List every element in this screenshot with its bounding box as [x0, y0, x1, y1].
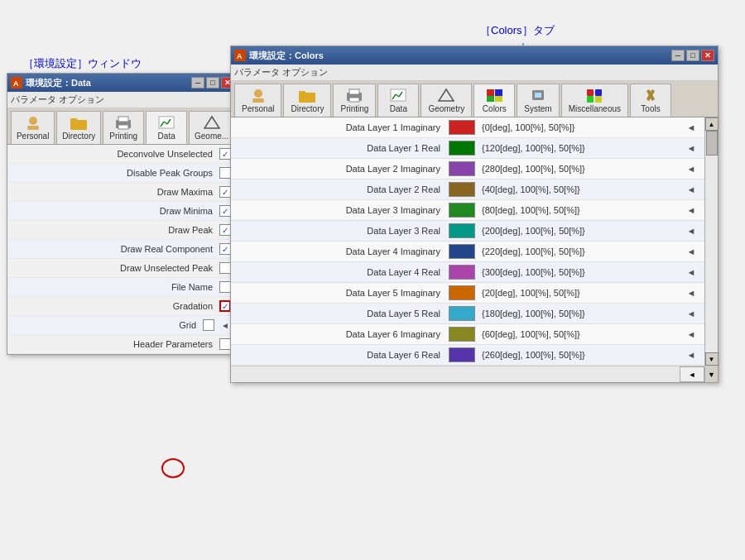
color-row-3: Data Layer 2 Real {40[deg], 100[%], 50[%…: [231, 179, 704, 200]
color-reset-3[interactable]: ◄: [685, 183, 698, 196]
cb-draw-minima[interactable]: ✓: [219, 205, 231, 217]
svg-rect-18: [252, 98, 264, 103]
color-value-0: {0[deg], 100[%], 50[%]}: [482, 122, 685, 132]
color-swatch-11[interactable]: [449, 347, 475, 362]
color-swatch-5[interactable]: [449, 223, 475, 238]
cb-draw-maxima[interactable]: ✓: [219, 186, 231, 198]
color-swatch-10[interactable]: [449, 327, 475, 342]
tab-directory[interactable]: Directory: [56, 111, 101, 144]
scrollbar-down-btn[interactable]: ▼: [705, 352, 719, 366]
color-reset-8[interactable]: ◄: [685, 286, 698, 299]
data-minimize-btn[interactable]: ─: [191, 77, 204, 89]
tab-colors-directory[interactable]: Directory: [283, 84, 331, 117]
cb-draw-peak[interactable]: ✓: [219, 224, 231, 236]
color-swatch-2[interactable]: [449, 161, 475, 176]
color-reset-11[interactable]: ◄: [685, 348, 698, 361]
cb-disable-peak[interactable]: [219, 167, 231, 179]
color-reset-1[interactable]: ◄: [685, 141, 698, 155]
tab-printing[interactable]: Printing: [103, 111, 144, 144]
label-draw-real: Draw Real Component: [14, 244, 219, 254]
tab-colors-data[interactable]: Data: [377, 84, 419, 117]
svg-rect-34: [535, 93, 541, 98]
row-header: Header Parameters: [7, 335, 238, 354]
label-deconvolve: Deconvolve Unselected: [14, 149, 219, 159]
tab-colors-geometry-label: Geometry: [428, 104, 464, 113]
color-label-9: Data Layer 5 Real: [238, 309, 449, 318]
svg-text:A: A: [237, 52, 243, 60]
svg-rect-37: [587, 96, 594, 103]
color-swatch-6[interactable]: [449, 244, 475, 259]
annotation-window-label: ［環境設定］ウィンドウ: [23, 56, 142, 71]
color-label-11: Data Layer 6 Real: [238, 350, 449, 360]
color-swatch-0[interactable]: [449, 120, 475, 135]
svg-rect-4: [27, 126, 39, 130]
colors-hscroll-bar: ◄ ▼: [231, 366, 718, 382]
color-label-6: Data Layer 4 Imaginary: [238, 246, 449, 256]
row-filename: File Name: [7, 278, 238, 297]
tab-colors-colors[interactable]: Colors: [473, 84, 515, 117]
color-swatch-9[interactable]: [449, 306, 475, 321]
color-reset-6[interactable]: ◄: [685, 245, 698, 258]
svg-rect-22: [349, 89, 359, 94]
color-reset-0[interactable]: ◄: [685, 121, 698, 134]
cb-header[interactable]: [219, 338, 231, 350]
label-filename: File Name: [14, 282, 219, 292]
colors-scrollbar[interactable]: ▲ ▼: [704, 117, 718, 366]
hscroll-down-btn[interactable]: ▼: [704, 366, 718, 382]
tab-colors-misc[interactable]: Miscellaneous: [561, 84, 628, 117]
tab-geometry-partial[interactable]: Geome...: [189, 111, 234, 144]
tab-colors-personal[interactable]: Personal: [234, 84, 281, 117]
data-window: A 環境設定：Data ─ □ ✕ パラメータ オプション Personal D…: [7, 73, 238, 355]
row-gradation: Gradation ✓: [7, 297, 238, 316]
color-reset-4[interactable]: ◄: [685, 203, 698, 217]
data-window-title: 環境設定：Data: [26, 77, 91, 89]
color-value-9: {180[deg], 100[%], 50[%]}: [482, 309, 685, 318]
tab-data[interactable]: Data: [146, 111, 187, 144]
color-reset-5[interactable]: ◄: [685, 224, 698, 237]
color-swatch-3[interactable]: [449, 182, 475, 197]
cb-draw-unselected[interactable]: [219, 262, 231, 274]
cb-filename[interactable]: [219, 281, 231, 293]
tab-colors-printing[interactable]: Printing: [333, 84, 376, 117]
refresh-grid-icon[interactable]: ◄: [219, 319, 231, 331]
tab-colors-tools[interactable]: Tools: [630, 84, 671, 117]
color-label-4: Data Layer 3 Imaginary: [238, 205, 449, 215]
label-draw-unselected: Draw Unselected Peak: [14, 263, 219, 273]
hscroll-right-btn[interactable]: ◄: [680, 366, 704, 382]
colors-close-btn[interactable]: ✕: [701, 50, 714, 61]
label-disable-peak: Disable Peak Groups: [14, 168, 219, 178]
tab-personal[interactable]: Personal: [11, 111, 55, 144]
tab-geometry-partial-label: Geome...: [195, 132, 228, 141]
cb-grid[interactable]: [203, 319, 214, 331]
svg-rect-20: [299, 91, 305, 94]
colors-minimize-btn[interactable]: ─: [671, 50, 685, 61]
tab-colors-personal-label: Personal: [242, 104, 274, 113]
cb-deconvolve[interactable]: ✓: [219, 148, 231, 160]
color-row-1: Data Layer 1 Real {120[deg], 100[%], 50[…: [231, 138, 704, 159]
row-deconvolve: Deconvolve Unselected ✓: [7, 145, 238, 164]
data-maximize-btn[interactable]: □: [206, 77, 219, 89]
tab-colors-system[interactable]: System: [517, 84, 559, 117]
color-swatch-7[interactable]: [449, 265, 475, 280]
scrollbar-up-btn[interactable]: ▲: [705, 117, 719, 131]
row-draw-peak: Draw Peak ✓: [7, 221, 238, 240]
cb-gradation[interactable]: ✓: [219, 300, 231, 312]
color-reset-2[interactable]: ◄: [685, 162, 698, 175]
color-label-10: Data Layer 6 Imaginary: [238, 329, 449, 339]
color-swatch-1[interactable]: [449, 141, 475, 156]
color-reset-9[interactable]: ◄: [685, 307, 698, 320]
color-value-1: {120[deg], 100[%], 50[%]}: [482, 143, 685, 153]
tab-colors-geometry[interactable]: Geometry: [421, 84, 472, 117]
color-swatch-4[interactable]: [449, 203, 475, 218]
color-swatch-8[interactable]: [449, 285, 475, 300]
color-label-5: Data Layer 3 Real: [238, 226, 449, 236]
cb-draw-real[interactable]: ✓: [219, 243, 231, 255]
colors-maximize-btn[interactable]: □: [686, 50, 699, 61]
svg-point-3: [29, 117, 37, 125]
color-reset-10[interactable]: ◄: [685, 328, 698, 341]
scrollbar-thumb[interactable]: [706, 131, 718, 156]
label-header: Header Parameters: [14, 339, 219, 349]
color-reset-7[interactable]: ◄: [685, 266, 698, 279]
data-tab-bar: Personal Directory Printing: [7, 108, 238, 145]
color-label-2: Data Layer 2 Imaginary: [238, 164, 449, 174]
